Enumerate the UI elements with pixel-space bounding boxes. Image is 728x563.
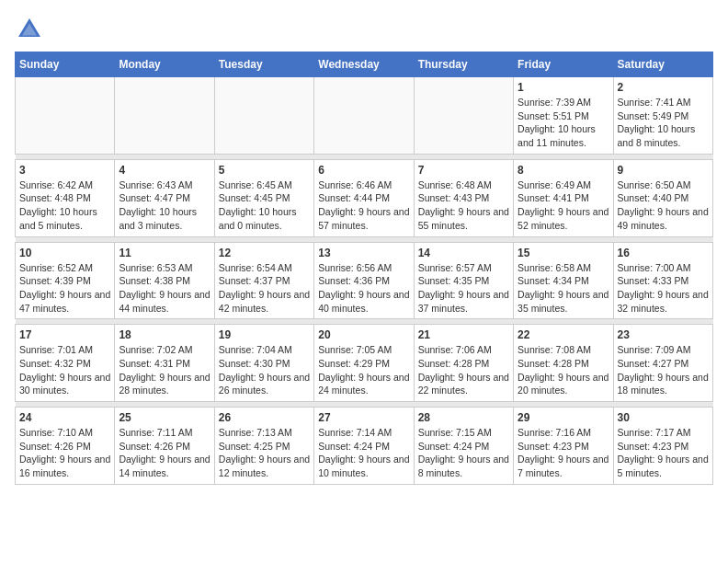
calendar-day-cell: 21Sunrise: 7:06 AMSunset: 4:28 PMDayligh… [414,325,513,402]
calendar-day-cell: 19Sunrise: 7:04 AMSunset: 4:30 PMDayligh… [214,325,313,402]
day-number: 14 [418,247,509,259]
day-number: 8 [518,164,609,177]
day-info: Sunrise: 6:43 AMSunset: 4:47 PMDaylight:… [119,178,210,233]
day-info: Sunrise: 6:57 AMSunset: 4:35 PMDaylight:… [418,261,509,316]
calendar-day-cell: 10Sunrise: 6:52 AMSunset: 4:39 PMDayligh… [16,242,115,319]
calendar-day-cell: 7Sunrise: 6:48 AMSunset: 4:43 PMDaylight… [414,159,513,236]
calendar-day-cell: 14Sunrise: 6:57 AMSunset: 4:35 PMDayligh… [414,242,513,319]
calendar-day-cell: 18Sunrise: 7:02 AMSunset: 4:31 PMDayligh… [115,325,214,402]
day-number: 9 [618,164,709,177]
calendar-day-cell: 25Sunrise: 7:11 AMSunset: 4:26 PMDayligh… [115,408,214,485]
day-number: 12 [219,247,310,259]
day-info: Sunrise: 7:08 AMSunset: 4:28 PMDaylight:… [518,343,609,397]
day-number: 25 [119,411,210,424]
calendar-week-row: 1Sunrise: 7:39 AMSunset: 5:51 PMDaylight… [16,77,713,155]
calendar-day-cell: 6Sunrise: 6:46 AMSunset: 4:44 PMDaylight… [314,159,414,236]
calendar-day-cell: 30Sunrise: 7:17 AMSunset: 4:23 PMDayligh… [613,408,712,485]
calendar-week-row: 24Sunrise: 7:10 AMSunset: 4:26 PMDayligh… [16,408,713,485]
page-header [15,15,713,44]
day-number: 10 [19,247,110,259]
weekday-header-cell: Tuesday [214,52,313,77]
day-info: Sunrise: 6:46 AMSunset: 4:44 PMDaylight:… [318,178,409,233]
day-number: 21 [418,328,509,341]
day-info: Sunrise: 7:10 AMSunset: 4:26 PMDaylight:… [19,426,110,480]
day-number: 30 [618,411,709,424]
calendar-day-cell: 12Sunrise: 6:54 AMSunset: 4:37 PMDayligh… [214,242,313,319]
calendar-day-cell: 8Sunrise: 6:49 AMSunset: 4:41 PMDaylight… [514,159,613,236]
day-info: Sunrise: 6:53 AMSunset: 4:38 PMDaylight:… [119,261,210,316]
day-number: 28 [418,411,509,424]
calendar-week-row: 3Sunrise: 6:42 AMSunset: 4:48 PMDaylight… [16,159,713,236]
day-number: 27 [318,411,409,424]
weekday-header-cell: Saturday [613,52,712,77]
calendar-day-cell [115,77,214,155]
day-number: 16 [618,247,709,259]
calendar-week-row: 17Sunrise: 7:01 AMSunset: 4:32 PMDayligh… [16,325,713,402]
weekday-header-cell: Friday [514,52,613,77]
weekday-header-cell: Thursday [414,52,513,77]
calendar-day-cell: 16Sunrise: 7:00 AMSunset: 4:33 PMDayligh… [613,242,712,319]
calendar-day-cell: 24Sunrise: 7:10 AMSunset: 4:26 PMDayligh… [16,408,115,485]
day-info: Sunrise: 6:52 AMSunset: 4:39 PMDaylight:… [19,261,110,316]
calendar-day-cell: 26Sunrise: 7:13 AMSunset: 4:25 PMDayligh… [214,408,313,485]
day-info: Sunrise: 7:09 AMSunset: 4:27 PMDaylight:… [618,343,709,397]
calendar-day-cell: 9Sunrise: 6:50 AMSunset: 4:40 PMDaylight… [613,159,712,236]
logo-icon [15,15,44,44]
day-info: Sunrise: 6:50 AMSunset: 4:40 PMDaylight:… [618,178,709,233]
day-info: Sunrise: 7:15 AMSunset: 4:24 PMDaylight:… [418,426,509,480]
day-number: 22 [518,328,609,341]
calendar-day-cell [16,77,115,155]
day-number: 24 [19,411,110,424]
day-info: Sunrise: 7:41 AMSunset: 5:49 PMDaylight:… [618,96,709,150]
calendar-day-cell: 11Sunrise: 6:53 AMSunset: 4:38 PMDayligh… [115,242,214,319]
day-number: 17 [19,328,110,341]
day-info: Sunrise: 6:54 AMSunset: 4:37 PMDaylight:… [219,261,310,316]
day-info: Sunrise: 6:45 AMSunset: 4:45 PMDaylight:… [219,178,310,233]
day-number: 11 [119,247,210,259]
weekday-header-cell: Sunday [16,52,115,77]
day-number: 2 [618,81,709,94]
day-number: 29 [518,411,609,424]
calendar-day-cell: 20Sunrise: 7:05 AMSunset: 4:29 PMDayligh… [314,325,414,402]
calendar-week-row: 10Sunrise: 6:52 AMSunset: 4:39 PMDayligh… [16,242,713,319]
day-number: 7 [418,164,509,177]
calendar-day-cell: 28Sunrise: 7:15 AMSunset: 4:24 PMDayligh… [414,408,513,485]
day-number: 23 [618,328,709,341]
calendar-day-cell [214,77,313,155]
day-info: Sunrise: 7:04 AMSunset: 4:30 PMDaylight:… [219,343,310,397]
calendar-table: SundayMondayTuesdayWednesdayThursdayFrid… [15,52,713,485]
day-info: Sunrise: 7:39 AMSunset: 5:51 PMDaylight:… [518,96,609,150]
calendar-day-cell: 5Sunrise: 6:45 AMSunset: 4:45 PMDaylight… [214,159,313,236]
day-number: 18 [119,328,210,341]
day-info: Sunrise: 7:05 AMSunset: 4:29 PMDaylight:… [318,343,409,397]
day-number: 3 [19,164,110,177]
calendar-day-cell [314,77,414,155]
logo [15,15,48,44]
day-info: Sunrise: 7:06 AMSunset: 4:28 PMDaylight:… [418,343,509,397]
day-info: Sunrise: 7:01 AMSunset: 4:32 PMDaylight:… [19,343,110,397]
day-info: Sunrise: 7:14 AMSunset: 4:24 PMDaylight:… [318,426,409,480]
calendar-day-cell: 2Sunrise: 7:41 AMSunset: 5:49 PMDaylight… [613,77,712,155]
calendar-day-cell: 4Sunrise: 6:43 AMSunset: 4:47 PMDaylight… [115,159,214,236]
day-info: Sunrise: 7:02 AMSunset: 4:31 PMDaylight:… [119,343,210,397]
calendar-day-cell: 17Sunrise: 7:01 AMSunset: 4:32 PMDayligh… [16,325,115,402]
weekday-header-cell: Monday [115,52,214,77]
day-info: Sunrise: 7:00 AMSunset: 4:33 PMDaylight:… [618,261,709,316]
calendar-day-cell: 3Sunrise: 6:42 AMSunset: 4:48 PMDaylight… [16,159,115,236]
day-info: Sunrise: 6:58 AMSunset: 4:34 PMDaylight:… [518,261,609,316]
day-number: 4 [119,164,210,177]
weekday-header-cell: Wednesday [314,52,414,77]
calendar-day-cell: 23Sunrise: 7:09 AMSunset: 4:27 PMDayligh… [613,325,712,402]
calendar-body: 1Sunrise: 7:39 AMSunset: 5:51 PMDaylight… [16,77,713,485]
calendar-day-cell: 29Sunrise: 7:16 AMSunset: 4:23 PMDayligh… [514,408,613,485]
day-number: 26 [219,411,310,424]
day-info: Sunrise: 6:42 AMSunset: 4:48 PMDaylight:… [19,178,110,233]
day-number: 19 [219,328,310,341]
calendar-day-cell: 13Sunrise: 6:56 AMSunset: 4:36 PMDayligh… [314,242,414,319]
day-number: 15 [518,247,609,259]
day-info: Sunrise: 7:16 AMSunset: 4:23 PMDaylight:… [518,426,609,480]
day-info: Sunrise: 7:13 AMSunset: 4:25 PMDaylight:… [219,426,310,480]
calendar-day-cell: 27Sunrise: 7:14 AMSunset: 4:24 PMDayligh… [314,408,414,485]
day-number: 13 [318,247,409,259]
calendar-day-cell: 1Sunrise: 7:39 AMSunset: 5:51 PMDaylight… [514,77,613,155]
